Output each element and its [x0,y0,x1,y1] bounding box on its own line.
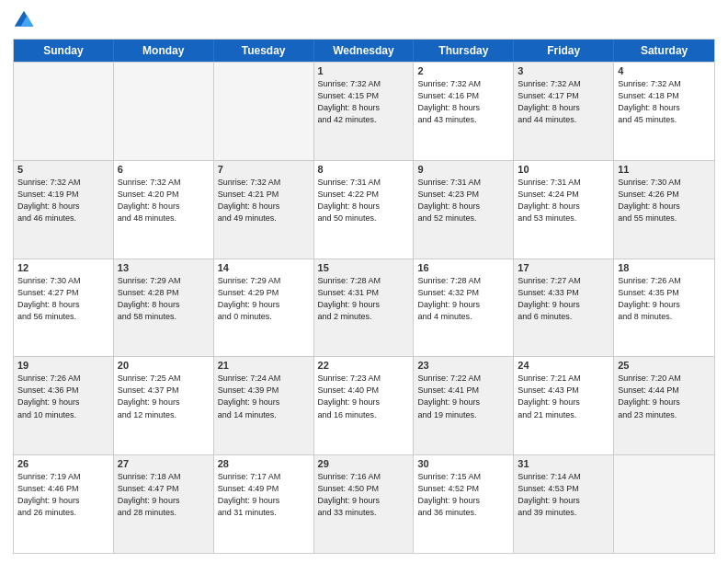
day-info: Sunrise: 7:27 AM Sunset: 4:33 PM Dayligh… [518,275,609,323]
calendar-cell: 17Sunrise: 7:27 AM Sunset: 4:33 PM Dayli… [514,259,614,357]
day-number: 23 [417,360,509,371]
day-number: 4 [618,65,711,76]
day-info: Sunrise: 7:28 AM Sunset: 4:32 PM Dayligh… [417,275,509,323]
calendar-cell: 5Sunrise: 7:32 AM Sunset: 4:19 PM Daylig… [14,161,114,259]
calendar-cell: 23Sunrise: 7:22 AM Sunset: 4:41 PM Dayli… [414,357,514,454]
logo-icon [13,9,35,31]
day-number: 13 [118,262,210,273]
header [13,9,715,31]
calendar-cell: 9Sunrise: 7:31 AM Sunset: 4:23 PM Daylig… [414,161,514,259]
weekday-header: Tuesday [214,40,314,62]
day-info: Sunrise: 7:31 AM Sunset: 4:24 PM Dayligh… [518,177,609,224]
day-info: Sunrise: 7:20 AM Sunset: 4:44 PM Dayligh… [618,373,711,420]
calendar-cell: 20Sunrise: 7:25 AM Sunset: 4:37 PM Dayli… [114,357,214,454]
day-number: 20 [118,360,210,371]
day-info: Sunrise: 7:21 AM Sunset: 4:43 PM Dayligh… [518,373,609,420]
weekday-header: Friday [514,40,614,62]
calendar-cell: 8Sunrise: 7:31 AM Sunset: 4:22 PM Daylig… [314,161,415,259]
day-number: 8 [318,164,410,175]
weekday-header: Sunday [14,40,114,62]
day-number: 18 [618,262,711,273]
day-info: Sunrise: 7:26 AM Sunset: 4:35 PM Dayligh… [618,275,711,323]
weekday-header: Thursday [414,40,514,62]
day-number: 28 [218,458,310,469]
calendar: SundayMondayTuesdayWednesdayThursdayFrid… [13,39,715,554]
day-info: Sunrise: 7:28 AM Sunset: 4:31 PM Dayligh… [318,275,410,323]
day-number: 22 [318,360,410,371]
day-number: 6 [118,164,210,175]
calendar-cell: 12Sunrise: 7:30 AM Sunset: 4:27 PM Dayli… [14,259,114,357]
logo [13,9,39,31]
day-number: 5 [17,164,109,175]
day-info: Sunrise: 7:15 AM Sunset: 4:52 PM Dayligh… [417,471,509,519]
calendar-cell: 27Sunrise: 7:18 AM Sunset: 4:47 PM Dayli… [114,455,214,553]
weekday-header: Saturday [614,40,714,62]
calendar-cell: 25Sunrise: 7:20 AM Sunset: 4:44 PM Dayli… [614,357,714,454]
calendar-cell: 3Sunrise: 7:32 AM Sunset: 4:17 PM Daylig… [514,63,614,160]
calendar-cell: 21Sunrise: 7:24 AM Sunset: 4:39 PM Dayli… [214,357,314,454]
day-number: 30 [417,458,509,469]
calendar-cell: 22Sunrise: 7:23 AM Sunset: 4:40 PM Dayli… [314,357,415,454]
day-info: Sunrise: 7:32 AM Sunset: 4:20 PM Dayligh… [118,177,210,224]
calendar-cell: 7Sunrise: 7:32 AM Sunset: 4:21 PM Daylig… [214,161,314,259]
day-number: 25 [618,360,711,371]
day-number: 3 [518,65,609,76]
calendar-cell: 10Sunrise: 7:31 AM Sunset: 4:24 PM Dayli… [514,161,614,259]
day-info: Sunrise: 7:31 AM Sunset: 4:22 PM Dayligh… [318,177,410,224]
calendar-cell: 13Sunrise: 7:29 AM Sunset: 4:28 PM Dayli… [114,259,214,357]
day-info: Sunrise: 7:22 AM Sunset: 4:41 PM Dayligh… [417,373,509,420]
day-info: Sunrise: 7:32 AM Sunset: 4:18 PM Dayligh… [618,78,711,126]
day-info: Sunrise: 7:32 AM Sunset: 4:17 PM Dayligh… [518,78,609,126]
calendar-row: 19Sunrise: 7:26 AM Sunset: 4:36 PM Dayli… [14,356,714,454]
day-number: 26 [17,458,109,469]
day-number: 17 [518,262,609,273]
calendar-row: 12Sunrise: 7:30 AM Sunset: 4:27 PM Dayli… [14,259,714,357]
day-number: 29 [318,458,410,469]
day-info: Sunrise: 7:32 AM Sunset: 4:16 PM Dayligh… [417,78,509,126]
calendar-row: 5Sunrise: 7:32 AM Sunset: 4:19 PM Daylig… [14,160,714,259]
day-info: Sunrise: 7:16 AM Sunset: 4:50 PM Dayligh… [318,471,410,519]
calendar-header: SundayMondayTuesdayWednesdayThursdayFrid… [14,40,714,62]
weekday-header: Monday [114,40,214,62]
calendar-cell [614,455,714,553]
calendar-cell [14,63,114,160]
day-number: 11 [618,164,711,175]
day-number: 16 [417,262,509,273]
day-info: Sunrise: 7:18 AM Sunset: 4:47 PM Dayligh… [118,471,210,519]
day-number: 31 [518,458,609,469]
calendar-cell: 16Sunrise: 7:28 AM Sunset: 4:32 PM Dayli… [414,259,514,357]
day-number: 19 [17,360,109,371]
day-info: Sunrise: 7:29 AM Sunset: 4:29 PM Dayligh… [218,275,310,323]
day-info: Sunrise: 7:17 AM Sunset: 4:49 PM Dayligh… [218,471,310,519]
day-number: 9 [417,164,509,175]
calendar-cell: 1Sunrise: 7:32 AM Sunset: 4:15 PM Daylig… [314,63,415,160]
day-info: Sunrise: 7:30 AM Sunset: 4:27 PM Dayligh… [17,275,109,323]
calendar-cell: 19Sunrise: 7:26 AM Sunset: 4:36 PM Dayli… [14,357,114,454]
calendar-cell: 2Sunrise: 7:32 AM Sunset: 4:16 PM Daylig… [414,63,514,160]
calendar-cell: 18Sunrise: 7:26 AM Sunset: 4:35 PM Dayli… [614,259,714,357]
weekday-header: Wednesday [314,40,415,62]
day-info: Sunrise: 7:29 AM Sunset: 4:28 PM Dayligh… [118,275,210,323]
day-number: 10 [518,164,609,175]
day-number: 21 [218,360,310,371]
day-number: 14 [218,262,310,273]
day-number: 15 [318,262,410,273]
calendar-cell [214,63,314,160]
calendar-cell: 11Sunrise: 7:30 AM Sunset: 4:26 PM Dayli… [614,161,714,259]
calendar-cell: 6Sunrise: 7:32 AM Sunset: 4:20 PM Daylig… [114,161,214,259]
day-info: Sunrise: 7:24 AM Sunset: 4:39 PM Dayligh… [218,373,310,420]
day-info: Sunrise: 7:32 AM Sunset: 4:19 PM Dayligh… [17,177,109,224]
day-info: Sunrise: 7:14 AM Sunset: 4:53 PM Dayligh… [518,471,609,519]
calendar-cell: 24Sunrise: 7:21 AM Sunset: 4:43 PM Dayli… [514,357,614,454]
calendar-cell: 26Sunrise: 7:19 AM Sunset: 4:46 PM Dayli… [14,455,114,553]
calendar-row: 1Sunrise: 7:32 AM Sunset: 4:15 PM Daylig… [14,62,714,160]
page: SundayMondayTuesdayWednesdayThursdayFrid… [0,0,728,563]
day-info: Sunrise: 7:26 AM Sunset: 4:36 PM Dayligh… [17,373,109,420]
calendar-cell: 31Sunrise: 7:14 AM Sunset: 4:53 PM Dayli… [514,455,614,553]
calendar-cell: 30Sunrise: 7:15 AM Sunset: 4:52 PM Dayli… [414,455,514,553]
calendar-cell: 14Sunrise: 7:29 AM Sunset: 4:29 PM Dayli… [214,259,314,357]
day-info: Sunrise: 7:19 AM Sunset: 4:46 PM Dayligh… [17,471,109,519]
day-info: Sunrise: 7:30 AM Sunset: 4:26 PM Dayligh… [618,177,711,224]
day-info: Sunrise: 7:32 AM Sunset: 4:21 PM Dayligh… [218,177,310,224]
day-info: Sunrise: 7:25 AM Sunset: 4:37 PM Dayligh… [118,373,210,420]
